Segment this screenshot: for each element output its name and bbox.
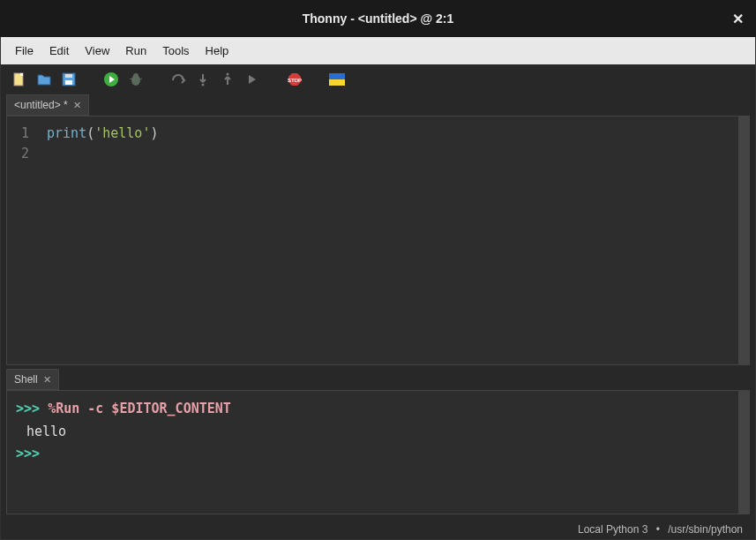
code-token-str: 'hello'	[94, 125, 150, 141]
svg-rect-14	[329, 73, 345, 79]
code-token-fn: print	[47, 125, 86, 141]
svg-point-11	[227, 73, 229, 76]
menu-edit[interactable]: Edit	[42, 41, 76, 61]
svg-rect-3	[65, 80, 72, 85]
content-area: <untitled> * ✕ 1 2 print('hello') Shell …	[1, 94, 755, 520]
line-number: 2	[21, 144, 29, 164]
status-path[interactable]: /usr/sbin/python	[668, 523, 743, 536]
step-into-icon[interactable]	[193, 70, 213, 89]
statusbar: Local Python 3 • /usr/sbin/python	[1, 520, 755, 539]
line-gutter: 1 2	[7, 116, 38, 364]
save-file-icon[interactable]	[59, 70, 79, 89]
close-shell-tab-icon[interactable]: ✕	[43, 374, 51, 386]
svg-rect-1	[20, 73, 23, 76]
close-tab-icon[interactable]: ✕	[73, 100, 81, 111]
code-token-paren: )	[150, 125, 158, 141]
editor-panel: <untitled> * ✕ 1 2 print('hello')	[6, 94, 750, 365]
menu-view[interactable]: View	[78, 41, 116, 61]
shell-tabbar: Shell ✕	[6, 369, 750, 390]
debug-icon[interactable]	[126, 70, 146, 89]
shell-line-prompt[interactable]: >>>	[16, 443, 740, 466]
window-title: Thonny - <untitled> @ 2:1	[303, 11, 454, 26]
shell-body[interactable]: >>> %Run -c $EDITOR_CONTENT hello >>>	[6, 390, 750, 514]
svg-point-10	[202, 84, 205, 86]
shell-prompt: >>>	[16, 446, 40, 461]
menu-run[interactable]: Run	[118, 41, 153, 61]
status-separator: •	[656, 523, 660, 536]
editor-tab-label: <untitled> *	[14, 99, 68, 111]
svg-point-7	[133, 73, 138, 79]
shell-output: hello	[16, 421, 740, 444]
shell-prompt: >>>	[16, 401, 40, 416]
open-file-icon[interactable]	[34, 70, 54, 89]
window-titlebar: Thonny - <untitled> @ 2:1 ✕	[0, 0, 756, 37]
code-area[interactable]: print('hello')	[38, 116, 167, 364]
toolbar: STOP	[1, 64, 755, 94]
step-over-icon[interactable]	[168, 70, 188, 89]
step-out-icon[interactable]	[218, 70, 237, 89]
menu-file[interactable]: File	[8, 41, 41, 61]
run-icon[interactable]	[101, 70, 121, 89]
menubar: File Edit View Run Tools Help	[1, 37, 755, 64]
code-token-paren: (	[86, 125, 94, 141]
new-file-icon[interactable]	[10, 70, 29, 89]
svg-rect-15	[329, 79, 345, 86]
editor-tabbar: <untitled> * ✕	[6, 94, 750, 116]
shell-line-command: >>> %Run -c $EDITOR_CONTENT	[16, 398, 740, 421]
window-body: File Edit View Run Tools Help	[0, 37, 756, 540]
line-number: 1	[21, 124, 29, 144]
shell-tab[interactable]: Shell ✕	[6, 369, 59, 390]
stop-icon[interactable]: STOP	[285, 70, 304, 89]
editor-body[interactable]: 1 2 print('hello')	[6, 116, 750, 365]
menu-tools[interactable]: Tools	[155, 41, 196, 61]
shell-tab-label: Shell	[14, 373, 38, 386]
status-interpreter[interactable]: Local Python 3	[578, 523, 647, 536]
svg-rect-4	[65, 74, 72, 78]
shell-panel: Shell ✕ >>> %Run -c $EDITOR_CONTENT hell…	[6, 369, 750, 514]
svg-text:STOP: STOP	[288, 78, 302, 83]
menu-help[interactable]: Help	[198, 41, 236, 61]
close-icon[interactable]: ✕	[732, 11, 744, 27]
editor-tab[interactable]: <untitled> * ✕	[6, 94, 89, 116]
resume-icon[interactable]	[243, 70, 262, 89]
flag-icon[interactable]	[327, 70, 347, 89]
shell-command: %Run -c $EDITOR_CONTENT	[48, 401, 231, 416]
